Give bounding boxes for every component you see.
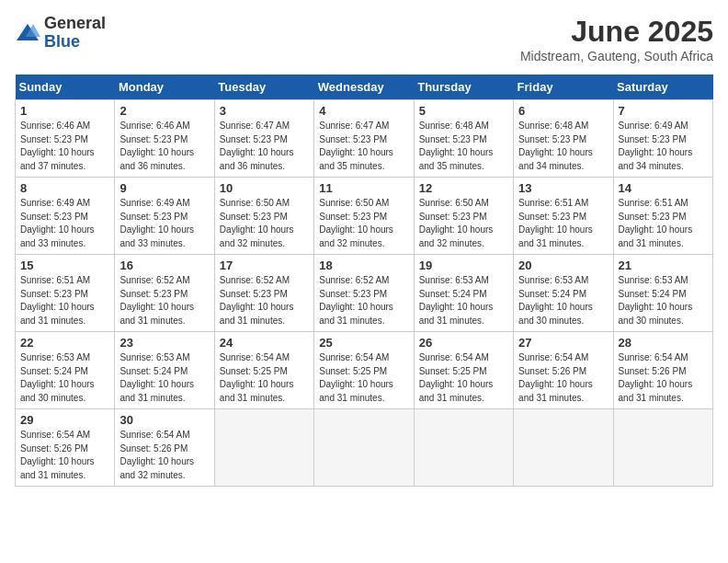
week-row-5: 29Sunrise: 6:54 AM Sunset: 5:26 PM Dayli… xyxy=(16,409,713,487)
header-tuesday: Tuesday xyxy=(214,75,313,100)
calendar-cell-0-3: 4Sunrise: 6:47 AM Sunset: 5:23 PM Daylig… xyxy=(314,100,414,178)
calendar-subtitle: Midstream, Gauteng, South Africa xyxy=(520,49,713,63)
logo-blue: Blue xyxy=(44,33,106,52)
calendar-cell-2-6: 21Sunrise: 6:53 AM Sunset: 5:24 PM Dayli… xyxy=(613,255,712,332)
header-sunday: Sunday xyxy=(16,75,115,100)
calendar-cell-2-2: 17Sunrise: 6:52 AM Sunset: 5:23 PM Dayli… xyxy=(214,255,313,332)
day-number: 26 xyxy=(419,336,508,350)
calendar-cell-0-1: 2Sunrise: 6:46 AM Sunset: 5:23 PM Daylig… xyxy=(115,100,214,178)
header-monday: Monday xyxy=(115,75,214,100)
day-info: Sunrise: 6:48 AM Sunset: 5:23 PM Dayligh… xyxy=(419,120,508,173)
week-row-1: 1Sunrise: 6:46 AM Sunset: 5:23 PM Daylig… xyxy=(16,100,713,178)
day-info: Sunrise: 6:49 AM Sunset: 5:23 PM Dayligh… xyxy=(20,197,109,250)
calendar-cell-2-0: 15Sunrise: 6:51 AM Sunset: 5:23 PM Dayli… xyxy=(16,255,115,332)
header-wednesday: Wednesday xyxy=(314,75,414,100)
day-info: Sunrise: 6:46 AM Sunset: 5:23 PM Dayligh… xyxy=(119,120,209,173)
day-number: 17 xyxy=(220,259,309,272)
day-info: Sunrise: 6:54 AM Sunset: 5:26 PM Dayligh… xyxy=(119,429,209,482)
day-number: 9 xyxy=(119,181,209,195)
day-info: Sunrise: 6:54 AM Sunset: 5:26 PM Dayligh… xyxy=(518,351,608,405)
calendar-cell-3-6: 28Sunrise: 6:54 AM Sunset: 5:26 PM Dayli… xyxy=(613,332,712,409)
calendar-cell-1-4: 12Sunrise: 6:50 AM Sunset: 5:23 PM Dayli… xyxy=(414,178,513,255)
day-number: 15 xyxy=(20,259,109,272)
day-info: Sunrise: 6:49 AM Sunset: 5:23 PM Dayligh… xyxy=(619,120,708,173)
day-number: 18 xyxy=(319,259,408,272)
day-info: Sunrise: 6:53 AM Sunset: 5:24 PM Dayligh… xyxy=(119,351,209,405)
calendar-cell-2-1: 16Sunrise: 6:52 AM Sunset: 5:23 PM Dayli… xyxy=(115,255,214,332)
day-info: Sunrise: 6:53 AM Sunset: 5:24 PM Dayligh… xyxy=(518,274,608,327)
calendar-cell-4-0: 29Sunrise: 6:54 AM Sunset: 5:26 PM Dayli… xyxy=(16,409,115,487)
calendar-cell-4-1: 30Sunrise: 6:54 AM Sunset: 5:26 PM Dayli… xyxy=(115,409,214,487)
calendar-cell-1-3: 11Sunrise: 6:50 AM Sunset: 5:23 PM Dayli… xyxy=(314,178,414,255)
header-friday: Friday xyxy=(514,75,613,100)
calendar-cell-2-5: 20Sunrise: 6:53 AM Sunset: 5:24 PM Dayli… xyxy=(514,255,613,332)
day-info: Sunrise: 6:46 AM Sunset: 5:23 PM Dayligh… xyxy=(20,120,109,173)
header: General Blue June 2025 Midstream, Gauten… xyxy=(15,15,713,63)
day-number: 28 xyxy=(619,336,708,350)
day-number: 25 xyxy=(319,336,408,350)
calendar-cell-3-1: 23Sunrise: 6:53 AM Sunset: 5:24 PM Dayli… xyxy=(115,332,214,409)
calendar-cell-3-5: 27Sunrise: 6:54 AM Sunset: 5:26 PM Dayli… xyxy=(514,332,613,409)
day-info: Sunrise: 6:47 AM Sunset: 5:23 PM Dayligh… xyxy=(319,120,408,173)
day-number: 23 xyxy=(119,336,209,350)
title-section: June 2025 Midstream, Gauteng, South Afri… xyxy=(520,15,713,63)
calendar-cell-4-3 xyxy=(314,409,414,487)
calendar-cell-0-6: 7Sunrise: 6:49 AM Sunset: 5:23 PM Daylig… xyxy=(613,100,712,178)
calendar-cell-3-3: 25Sunrise: 6:54 AM Sunset: 5:25 PM Dayli… xyxy=(314,332,414,409)
calendar-table: Sunday Monday Tuesday Wednesday Thursday… xyxy=(15,75,713,487)
day-number: 5 xyxy=(419,104,508,118)
day-info: Sunrise: 6:54 AM Sunset: 5:25 PM Dayligh… xyxy=(319,351,408,405)
calendar-cell-1-1: 9Sunrise: 6:49 AM Sunset: 5:23 PM Daylig… xyxy=(115,178,214,255)
day-number: 29 xyxy=(20,413,109,427)
day-info: Sunrise: 6:54 AM Sunset: 5:26 PM Dayligh… xyxy=(619,351,708,405)
day-info: Sunrise: 6:54 AM Sunset: 5:25 PM Dayligh… xyxy=(419,351,508,405)
logo-general: General xyxy=(44,15,106,33)
day-info: Sunrise: 6:52 AM Sunset: 5:23 PM Dayligh… xyxy=(220,274,309,327)
calendar-cell-0-0: 1Sunrise: 6:46 AM Sunset: 5:23 PM Daylig… xyxy=(16,100,115,178)
day-info: Sunrise: 6:54 AM Sunset: 5:26 PM Dayligh… xyxy=(20,429,109,482)
day-info: Sunrise: 6:52 AM Sunset: 5:23 PM Dayligh… xyxy=(119,274,209,327)
day-info: Sunrise: 6:48 AM Sunset: 5:23 PM Dayligh… xyxy=(518,120,608,173)
day-info: Sunrise: 6:53 AM Sunset: 5:24 PM Dayligh… xyxy=(419,274,508,327)
day-number: 2 xyxy=(119,104,209,118)
calendar-cell-2-3: 18Sunrise: 6:52 AM Sunset: 5:23 PM Dayli… xyxy=(314,255,414,332)
header-saturday: Saturday xyxy=(613,75,712,100)
calendar-cell-1-6: 14Sunrise: 6:51 AM Sunset: 5:23 PM Dayli… xyxy=(613,178,712,255)
calendar-cell-2-4: 19Sunrise: 6:53 AM Sunset: 5:24 PM Dayli… xyxy=(414,255,513,332)
day-info: Sunrise: 6:54 AM Sunset: 5:25 PM Dayligh… xyxy=(220,351,309,405)
calendar-cell-1-2: 10Sunrise: 6:50 AM Sunset: 5:23 PM Dayli… xyxy=(214,178,313,255)
day-info: Sunrise: 6:53 AM Sunset: 5:24 PM Dayligh… xyxy=(619,274,708,327)
day-number: 8 xyxy=(20,181,109,195)
day-info: Sunrise: 6:52 AM Sunset: 5:23 PM Dayligh… xyxy=(319,274,408,327)
day-info: Sunrise: 6:47 AM Sunset: 5:23 PM Dayligh… xyxy=(220,120,309,173)
logo: General Blue xyxy=(15,15,106,52)
day-number: 27 xyxy=(518,336,608,350)
day-info: Sunrise: 6:51 AM Sunset: 5:23 PM Dayligh… xyxy=(518,197,608,250)
day-info: Sunrise: 6:50 AM Sunset: 5:23 PM Dayligh… xyxy=(419,197,508,250)
day-info: Sunrise: 6:51 AM Sunset: 5:23 PM Dayligh… xyxy=(20,274,109,327)
logo-icon xyxy=(15,20,40,46)
day-number: 1 xyxy=(20,104,109,118)
calendar-cell-4-5 xyxy=(514,409,613,487)
calendar-cell-1-5: 13Sunrise: 6:51 AM Sunset: 5:23 PM Dayli… xyxy=(514,178,613,255)
day-number: 21 xyxy=(619,259,708,272)
days-header-row: Sunday Monday Tuesday Wednesday Thursday… xyxy=(16,75,713,100)
day-info: Sunrise: 6:51 AM Sunset: 5:23 PM Dayligh… xyxy=(619,197,708,250)
calendar-cell-0-4: 5Sunrise: 6:48 AM Sunset: 5:23 PM Daylig… xyxy=(414,100,513,178)
day-number: 16 xyxy=(119,259,209,272)
calendar-cell-3-0: 22Sunrise: 6:53 AM Sunset: 5:24 PM Dayli… xyxy=(16,332,115,409)
calendar-cell-0-5: 6Sunrise: 6:48 AM Sunset: 5:23 PM Daylig… xyxy=(514,100,613,178)
calendar-title: June 2025 xyxy=(520,15,713,49)
day-number: 22 xyxy=(20,336,109,350)
day-number: 13 xyxy=(518,181,608,195)
day-number: 10 xyxy=(220,181,309,195)
calendar-cell-3-2: 24Sunrise: 6:54 AM Sunset: 5:25 PM Dayli… xyxy=(214,332,313,409)
week-row-3: 15Sunrise: 6:51 AM Sunset: 5:23 PM Dayli… xyxy=(16,255,713,332)
day-info: Sunrise: 6:50 AM Sunset: 5:23 PM Dayligh… xyxy=(220,197,309,250)
calendar-cell-4-2 xyxy=(214,409,313,487)
day-number: 14 xyxy=(619,181,708,195)
day-number: 12 xyxy=(419,181,508,195)
day-number: 20 xyxy=(518,259,608,272)
day-info: Sunrise: 6:49 AM Sunset: 5:23 PM Dayligh… xyxy=(119,197,209,250)
week-row-2: 8Sunrise: 6:49 AM Sunset: 5:23 PM Daylig… xyxy=(16,178,713,255)
